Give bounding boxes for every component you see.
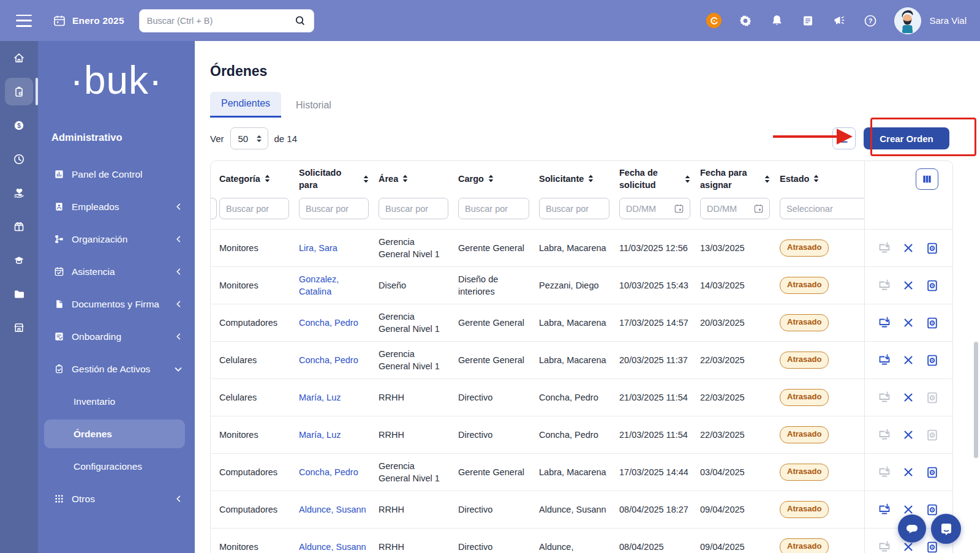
- sort-icon[interactable]: [764, 175, 770, 183]
- view-order-button[interactable]: [925, 503, 939, 516]
- sort-icon[interactable]: [363, 175, 369, 183]
- sidebar-item-otros[interactable]: Otros: [38, 483, 195, 515]
- sort-icon[interactable]: [402, 175, 408, 182]
- chat-bubble-button[interactable]: [898, 514, 926, 543]
- cancel-order-button[interactable]: [902, 465, 915, 479]
- search-icon[interactable]: [294, 15, 306, 27]
- assign-device-button[interactable]: [878, 503, 891, 516]
- sidebar-item-panel-de-control[interactable]: Panel de Control: [38, 158, 195, 190]
- view-order-button[interactable]: [925, 353, 939, 367]
- gear-icon[interactable]: [738, 13, 753, 28]
- column-header-2[interactable]: Área: [379, 173, 458, 185]
- cancel-order-button[interactable]: [902, 316, 915, 329]
- cancel-order-button[interactable]: [902, 353, 915, 367]
- view-order-button[interactable]: [925, 316, 939, 329]
- filter-select-7[interactable]: [780, 198, 864, 219]
- requested-for-link[interactable]: Aldunce, Susann: [299, 542, 366, 552]
- rail-item-training-icon[interactable]: [0, 243, 38, 277]
- sidebar-item-onboarding[interactable]: Onboarding: [38, 320, 195, 353]
- rail-item-gifts-icon[interactable]: [0, 209, 38, 243]
- requested-for-link[interactable]: Concha, Pedro: [299, 355, 358, 365]
- filter-input-4[interactable]: [539, 198, 609, 219]
- page-size-select[interactable]: 50: [230, 127, 268, 149]
- help-icon[interactable]: ?: [863, 13, 878, 28]
- search-input[interactable]: [147, 16, 294, 26]
- filter-input-3[interactable]: [458, 198, 529, 219]
- rail-item-folder-icon[interactable]: [0, 277, 38, 310]
- megaphone-icon[interactable]: [832, 13, 846, 28]
- vertical-scrollbar[interactable]: [974, 342, 978, 458]
- rail-item-benefits-icon[interactable]: [0, 176, 38, 209]
- avatar[interactable]: [894, 7, 921, 34]
- calendar-icon[interactable]: [53, 14, 66, 28]
- sort-icon[interactable]: [488, 175, 494, 182]
- filter-input-1[interactable]: [299, 198, 369, 219]
- rail-item-orders-clipboard-icon[interactable]: [0, 75, 38, 108]
- clipped-filter-input[interactable]: [210, 198, 217, 219]
- column-header-6[interactable]: Fecha para asignar: [700, 167, 780, 192]
- sidebar-item-asistencia[interactable]: Asistencia: [38, 255, 195, 288]
- filter-input-0[interactable]: [219, 198, 289, 219]
- period-label[interactable]: Enero 2025: [72, 15, 124, 26]
- global-search[interactable]: [139, 9, 314, 32]
- sidebar-subitem-inventario[interactable]: Inventario: [38, 385, 195, 418]
- column-header-0[interactable]: Categoría: [219, 173, 299, 185]
- sort-icon[interactable]: [813, 175, 819, 182]
- assign-device-button[interactable]: [878, 316, 891, 329]
- column-header-7[interactable]: Estado: [780, 173, 864, 185]
- columns-settings-button[interactable]: [916, 168, 938, 190]
- view-order-button[interactable]: [925, 241, 939, 255]
- sidebar-item-empleados[interactable]: Empleados: [38, 190, 195, 223]
- tab-historial[interactable]: Historial: [285, 94, 342, 118]
- cell-1: Concha, Pedro: [299, 466, 379, 478]
- notes-icon[interactable]: [801, 13, 815, 28]
- requested-for-link[interactable]: Concha, Pedro: [299, 318, 358, 328]
- sidebar-item-documentos-y-firma[interactable]: Documentos y Firma: [38, 288, 195, 320]
- column-header-5[interactable]: Fecha de solicitud: [619, 167, 700, 192]
- column-header-4[interactable]: Solicitante: [539, 173, 619, 185]
- help-center-button[interactable]: [931, 514, 961, 544]
- column-header-3[interactable]: Cargo: [458, 173, 539, 185]
- rail-item-home-icon[interactable]: [0, 41, 38, 75]
- cancel-order-button[interactable]: [902, 391, 915, 404]
- sort-icon[interactable]: [588, 175, 594, 182]
- filter-date-6[interactable]: [700, 198, 770, 219]
- sidebar-subitem-configuraciones[interactable]: Configuraciones: [38, 450, 195, 483]
- chevron-left-icon: [175, 300, 183, 308]
- requested-for-link[interactable]: María, Luz: [299, 430, 341, 440]
- cancel-order-button[interactable]: [902, 279, 915, 292]
- requested-for-link[interactable]: Lira, Sara: [299, 243, 337, 253]
- requested-for-link[interactable]: Aldunce, Susann: [299, 505, 366, 514]
- sidebar-item-gesti-n-de-activos[interactable]: Gestión de Activos: [38, 353, 195, 385]
- filter-date-5[interactable]: [619, 198, 690, 219]
- tab-pendientes[interactable]: Pendientes: [210, 92, 281, 118]
- orange-status-icon[interactable]: [706, 13, 722, 28]
- sort-icon[interactable]: [685, 175, 690, 183]
- sort-icon[interactable]: [265, 175, 270, 182]
- chevron-left-icon: [175, 235, 183, 243]
- requested-for-link[interactable]: Gonzalez, Catalina: [299, 274, 339, 296]
- cancel-order-button[interactable]: [902, 241, 915, 255]
- cancel-order-button[interactable]: [902, 428, 915, 442]
- menu-icon[interactable]: [16, 15, 32, 27]
- download-button[interactable]: [832, 127, 856, 149]
- rail-item-money-icon[interactable]: $: [0, 108, 38, 142]
- rail-item-clock-icon[interactable]: [0, 142, 38, 176]
- rail-item-store-icon[interactable]: [0, 310, 38, 344]
- table-row: ComputadoresConcha, PedroGerencia Genera…: [211, 304, 952, 341]
- user-name[interactable]: Sara Vial: [929, 15, 967, 26]
- column-header-1[interactable]: Solicitado para: [299, 167, 379, 192]
- view-order-button[interactable]: [925, 279, 939, 292]
- sidebar-subitem--rdenes[interactable]: Órdenes: [44, 419, 185, 448]
- requested-for-link[interactable]: María, Luz: [299, 393, 341, 402]
- requested-for-link[interactable]: Concha, Pedro: [299, 467, 358, 477]
- filter-input-2[interactable]: [379, 198, 448, 219]
- create-order-button[interactable]: Crear Orden: [864, 127, 949, 149]
- view-order-button[interactable]: [925, 540, 939, 553]
- bell-icon[interactable]: [769, 13, 784, 28]
- assign-device-button[interactable]: [878, 353, 891, 367]
- clock-icon: [13, 153, 25, 165]
- sidebar-item-organizaci-n[interactable]: Organización: [38, 223, 195, 255]
- view-order-button[interactable]: [925, 465, 939, 479]
- chevron-down-icon: [174, 365, 183, 374]
